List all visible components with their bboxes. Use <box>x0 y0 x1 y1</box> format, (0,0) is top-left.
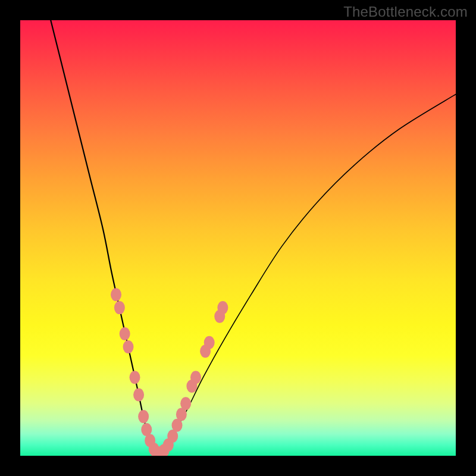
data-marker <box>138 410 149 423</box>
chart-container: TheBottleneck.com <box>0 0 476 476</box>
data-marker <box>190 371 201 384</box>
data-marker <box>217 301 228 314</box>
marker-layer <box>111 288 228 456</box>
watermark-text: TheBottleneck.com <box>343 4 468 20</box>
series-right-branch <box>156 94 456 453</box>
curve-layer <box>51 20 456 453</box>
curve-svg <box>20 20 456 456</box>
series-left-branch <box>51 20 156 453</box>
data-marker <box>204 336 215 349</box>
data-marker <box>180 397 191 410</box>
data-marker <box>123 340 134 353</box>
data-marker <box>133 389 144 402</box>
data-marker <box>130 371 140 384</box>
plot-area <box>20 20 456 456</box>
data-marker <box>111 288 121 301</box>
data-marker <box>120 327 130 340</box>
data-marker <box>114 301 125 314</box>
